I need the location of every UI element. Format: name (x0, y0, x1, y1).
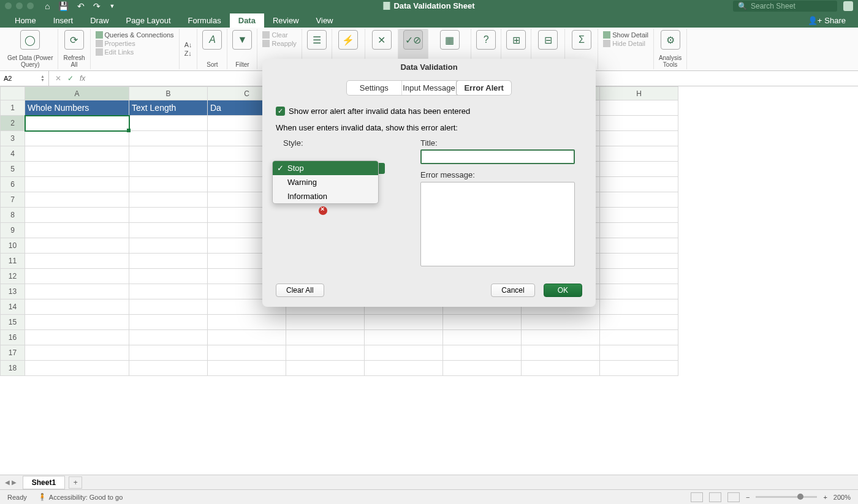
tab-view[interactable]: View (308, 13, 342, 28)
sort-button[interactable]: A Sort (197, 29, 227, 69)
cell-C15[interactable] (208, 315, 286, 330)
row-header-14[interactable]: 14 (1, 299, 25, 315)
cell-C16[interactable] (208, 330, 286, 345)
cell-A4[interactable] (25, 146, 129, 162)
cell-A6[interactable] (25, 177, 129, 192)
cell-E15[interactable] (365, 315, 443, 330)
row-header-17[interactable]: 17 (1, 345, 25, 361)
style-option-warning[interactable]: Warning (273, 175, 378, 189)
cell-F18[interactable] (443, 361, 522, 376)
title-input[interactable] (420, 149, 575, 164)
col-header-B[interactable]: B (129, 87, 208, 100)
error-message-textarea[interactable] (420, 182, 575, 266)
redo-icon[interactable]: ↷ (93, 1, 101, 11)
cell-B13[interactable] (129, 284, 208, 299)
col-header-H[interactable]: H (600, 87, 678, 100)
cell-B15[interactable] (129, 315, 208, 330)
cell-A11[interactable] (25, 254, 129, 269)
cell-G16[interactable] (522, 330, 600, 345)
cell-A17[interactable] (25, 345, 129, 361)
cell-B5[interactable] (129, 162, 208, 177)
cell-A8[interactable] (25, 208, 129, 223)
row-header-1[interactable]: 1 (1, 100, 25, 116)
cell-A5[interactable] (25, 162, 129, 177)
queries-connections-button[interactable]: Queries & Connections (96, 31, 174, 39)
cell-B3[interactable] (129, 131, 208, 146)
cancel-button[interactable]: Cancel (491, 284, 534, 297)
user-avatar[interactable] (843, 1, 853, 11)
dialog-tab-settings[interactable]: Settings (347, 81, 402, 95)
cell-H4[interactable] (600, 146, 678, 162)
cell-B4[interactable] (129, 146, 208, 162)
cell-B18[interactable] (129, 361, 208, 376)
cell-H5[interactable] (600, 162, 678, 177)
cell-D18[interactable] (286, 361, 365, 376)
cell-B17[interactable] (129, 345, 208, 361)
row-header-2[interactable]: 2 (1, 116, 25, 131)
tab-formulas[interactable]: Formulas (180, 13, 230, 28)
refresh-all-button[interactable]: ⟳ Refresh All (58, 29, 90, 69)
tab-insert[interactable]: Insert (45, 13, 82, 28)
show-error-checkbox[interactable]: ✓ (276, 107, 285, 116)
chevron-down-icon[interactable]: ▼ (109, 3, 115, 9)
filter-button[interactable]: ▼ Filter (227, 29, 257, 69)
row-header-7[interactable]: 7 (1, 192, 25, 208)
cell-F15[interactable] (443, 315, 522, 330)
cell-H15[interactable] (600, 315, 678, 330)
hide-detail-button[interactable]: Hide Detail (603, 40, 645, 47)
get-data-button[interactable]: ◯ Get Data (Power Query) (2, 29, 58, 69)
cell-C18[interactable] (208, 361, 286, 376)
cell-B10[interactable] (129, 238, 208, 254)
cell-B1[interactable]: Text Length (129, 100, 208, 116)
cell-H16[interactable] (600, 330, 678, 345)
cell-H11[interactable] (600, 254, 678, 269)
cell-E17[interactable] (365, 345, 443, 361)
sort-desc-button[interactable]: Z↓ (184, 50, 192, 57)
row-header-12[interactable]: 12 (1, 269, 25, 284)
cell-G18[interactable] (522, 361, 600, 376)
cell-G15[interactable] (522, 315, 600, 330)
fx-icon[interactable]: fx (80, 74, 85, 83)
dialog-tab-error-alert[interactable]: Error Alert (457, 81, 511, 95)
row-header-18[interactable]: 18 (1, 361, 25, 376)
cell-H14[interactable] (600, 299, 678, 315)
tab-draw[interactable]: Draw (82, 13, 117, 28)
tab-data[interactable]: Data (230, 13, 264, 28)
cell-A16[interactable] (25, 330, 129, 345)
cell-A9[interactable] (25, 223, 129, 238)
cell-H1[interactable] (600, 100, 678, 116)
cell-H10[interactable] (600, 238, 678, 254)
cell-A3[interactable] (25, 131, 129, 146)
row-header-5[interactable]: 5 (1, 162, 25, 177)
cell-A14[interactable] (25, 299, 129, 315)
row-header-10[interactable]: 10 (1, 238, 25, 254)
cell-D17[interactable] (286, 345, 365, 361)
cell-H13[interactable] (600, 284, 678, 299)
cell-B8[interactable] (129, 208, 208, 223)
cell-B16[interactable] (129, 330, 208, 345)
row-header-6[interactable]: 6 (1, 177, 25, 192)
cell-B12[interactable] (129, 269, 208, 284)
undo-icon[interactable]: ↶ (77, 1, 85, 11)
cell-A18[interactable] (25, 361, 129, 376)
cell-A1[interactable]: Whole Numbers (25, 100, 129, 116)
tab-review[interactable]: Review (264, 13, 308, 28)
enter-formula-icon[interactable]: ✓ (67, 74, 74, 83)
quick-access-toolbar[interactable]: ⌂ 💾 ↶ ↷ ▼ (45, 1, 115, 11)
cell-B6[interactable] (129, 177, 208, 192)
name-box-stepper[interactable]: ▲▼ (40, 75, 45, 82)
cell-H2[interactable] (600, 116, 678, 131)
clear-filter-button[interactable]: Clear (262, 31, 287, 39)
ok-button[interactable]: OK (544, 284, 582, 297)
cell-H9[interactable] (600, 223, 678, 238)
cell-A15[interactable] (25, 315, 129, 330)
cell-H7[interactable] (600, 192, 678, 208)
name-box[interactable]: A2 ▲▼ (0, 71, 49, 86)
row-header-11[interactable]: 11 (1, 254, 25, 269)
cell-A12[interactable] (25, 269, 129, 284)
analysis-tools-button[interactable]: ⚙Analysis Tools (654, 29, 687, 69)
cell-A13[interactable] (25, 284, 129, 299)
cell-B9[interactable] (129, 223, 208, 238)
cell-D16[interactable] (286, 330, 365, 345)
tab-home[interactable]: Home (6, 13, 45, 28)
